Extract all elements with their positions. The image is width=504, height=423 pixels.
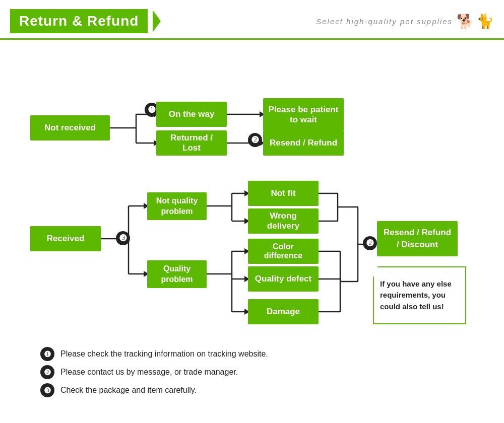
chevron-inner-icon — [162, 10, 170, 32]
quality-problem-box: Quality problem — [147, 260, 207, 288]
legend-text-2: Please contact us by message, or trade m… — [60, 368, 238, 377]
legend-badge-3: ❸ — [40, 383, 54, 397]
not-fit-box: Not fit — [248, 181, 319, 206]
wrong-delivery-box: Wrong delivery — [248, 208, 319, 234]
chevron-decoration — [152, 10, 170, 32]
legend-item-2: ❷ Please contact us by message, or trade… — [40, 365, 464, 379]
page-header: Return & Refund Select high-quality pet … — [0, 0, 504, 40]
pet-icons: 🐕 🐈 — [457, 13, 494, 30]
legend-section: ❶ Please check the tracking information … — [15, 342, 489, 402]
on-the-way-box: On the way — [156, 102, 227, 127]
page-title: Return & Refund — [19, 13, 139, 29]
color-difference-box: Color difference — [248, 239, 319, 264]
legend-badge-1: ❶ — [40, 347, 54, 361]
quality-defect-box: Quality defect — [248, 266, 319, 292]
dog-icon: 🐕 — [457, 13, 474, 30]
cat-icon: 🐈 — [476, 13, 494, 30]
please-wait-box: Please be patient to wait — [263, 98, 344, 131]
resend-refund-discount-box: Resend / Refund / Discount — [377, 221, 458, 256]
header-right: Select high-quality pet supplies 🐕 🐈 — [316, 13, 494, 30]
resend-refund-top-box: Resend / Refund — [263, 130, 344, 156]
legend-text-1: Please check the tracking information on… — [60, 349, 268, 359]
slogan-text: Select high-quality pet supplies — [316, 17, 453, 26]
flowchart: Not received ❶ On the way Returned / Los… — [15, 50, 489, 342]
received-box: Received — [30, 226, 101, 251]
legend-text-3: Check the package and item carefully. — [60, 386, 197, 395]
legend-badge-2: ❷ — [40, 365, 54, 379]
not-quality-problem-box: Not quality problem — [147, 192, 207, 220]
legend-item-1: ❶ Please check the tracking information … — [40, 347, 464, 361]
chevron-icon — [153, 10, 161, 32]
legend-item-3: ❸ Check the package and item carefully. — [40, 383, 464, 397]
badge-2-bottom: ❷ — [363, 236, 377, 250]
returned-lost-box: Returned / Lost — [156, 130, 227, 156]
main-content: Not received ❶ On the way Returned / Los… — [0, 40, 504, 412]
title-box: Return & Refund — [10, 9, 148, 33]
not-received-box: Not received — [30, 115, 110, 140]
badge-3: ❸ — [116, 231, 130, 245]
damage-box: Damage — [248, 299, 319, 324]
badge-2-top: ❷ — [248, 133, 262, 147]
extra-requirements-box: If you have any else requirements, you c… — [373, 266, 466, 324]
